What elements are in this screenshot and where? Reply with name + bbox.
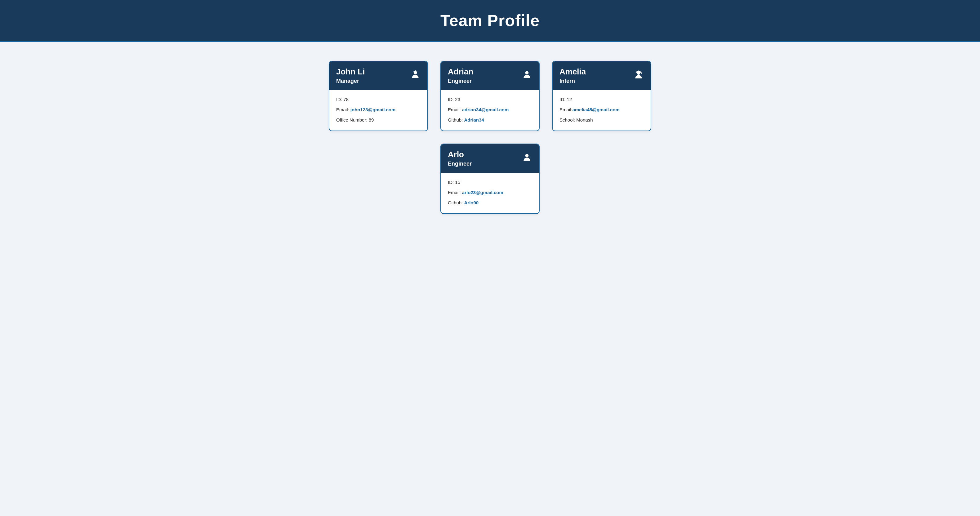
page-header: Team Profile xyxy=(0,0,980,42)
field-id-amelia: ID: 12 xyxy=(560,97,644,102)
intern-icon-amelia xyxy=(633,70,644,82)
main-content: John Li Manager ID: 78 Email xyxy=(0,42,980,233)
manager-icon xyxy=(410,70,420,82)
email-link-john-li[interactable]: john123@gmail.com xyxy=(350,107,396,112)
card-header-adrian: Adrian Engineer xyxy=(441,61,539,90)
card-name-john-li: John Li xyxy=(336,67,365,76)
email-link-adrian[interactable]: adrian34@gmail.com xyxy=(462,107,509,112)
card-name-arlo: Arlo xyxy=(448,150,472,159)
card-arlo: Arlo Engineer ID: 15 Email: arlo23@gmail… xyxy=(441,143,539,214)
field-email-adrian: Email: adrian34@gmail.com xyxy=(448,107,532,112)
card-body-john-li: ID: 78 Email: john123@gmail.com Office N… xyxy=(329,90,427,131)
field-id-john-li: ID: 78 xyxy=(336,97,420,102)
card-role-adrian: Engineer xyxy=(448,78,473,84)
field-github-adrian: Github: Adrian34 xyxy=(448,117,532,123)
svg-point-3 xyxy=(525,71,529,75)
card-name-adrian: Adrian xyxy=(448,67,473,76)
card-row-2: Arlo Engineer ID: 15 Email: arlo23@gmail… xyxy=(441,143,539,214)
engineer-icon-adrian xyxy=(522,70,532,82)
card-amelia: Amelia Intern ID: 12 xyxy=(552,61,651,131)
card-row-1: John Li Manager ID: 78 Email xyxy=(329,61,651,131)
page-title: Team Profile xyxy=(0,11,980,30)
card-header-arlo: Arlo Engineer xyxy=(441,144,539,173)
email-link-amelia[interactable]: amelia45@gmail.com xyxy=(573,107,620,112)
field-email-amelia: Email:amelia45@gmail.com xyxy=(560,107,644,112)
field-github-arlo: Github: Arlo90 xyxy=(448,200,532,205)
svg-point-8 xyxy=(525,154,529,157)
card-body-arlo: ID: 15 Email: arlo23@gmail.com Github: A… xyxy=(441,173,539,213)
field-email-john-li: Email: john123@gmail.com xyxy=(336,107,420,112)
field-school-amelia: School: Monash xyxy=(560,117,644,123)
field-office-john-li: Office Number: 89 xyxy=(336,117,420,123)
card-body-adrian: ID: 23 Email: adrian34@gmail.com Github:… xyxy=(441,90,539,131)
card-adrian: Adrian Engineer ID: 23 Email: adrian34@g… xyxy=(441,61,539,131)
card-body-amelia: ID: 12 Email:amelia45@gmail.com School: … xyxy=(553,90,651,131)
github-link-arlo[interactable]: Arlo90 xyxy=(464,200,479,205)
github-link-adrian[interactable]: Adrian34 xyxy=(464,117,484,123)
svg-point-7 xyxy=(641,73,642,74)
card-john-li: John Li Manager ID: 78 Email xyxy=(329,61,428,131)
card-role-john-li: Manager xyxy=(336,78,365,84)
card-header-john-li: John Li Manager xyxy=(329,61,427,90)
card-role-arlo: Engineer xyxy=(448,161,472,167)
field-id-arlo: ID: 15 xyxy=(448,180,532,185)
engineer-icon-arlo xyxy=(522,152,532,165)
card-role-amelia: Intern xyxy=(560,78,586,84)
email-link-arlo[interactable]: arlo23@gmail.com xyxy=(462,190,503,195)
card-name-amelia: Amelia xyxy=(560,67,586,76)
field-email-arlo: Email: arlo23@gmail.com xyxy=(448,190,532,195)
card-header-amelia: Amelia Intern xyxy=(553,61,651,90)
field-id-adrian: ID: 23 xyxy=(448,97,532,102)
svg-rect-1 xyxy=(414,71,417,72)
